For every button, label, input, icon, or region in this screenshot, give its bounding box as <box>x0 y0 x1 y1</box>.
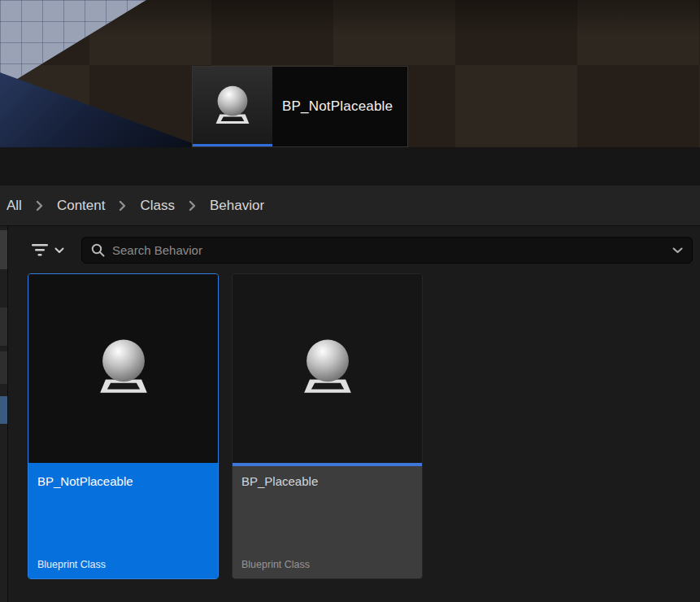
search-input[interactable] <box>112 243 665 257</box>
search-box <box>81 237 693 264</box>
breadcrumb: All Content Class Behavior <box>0 185 700 226</box>
drag-preview-thumbnail <box>193 67 272 146</box>
drag-preview-label: BP_NotPlaceable <box>272 67 407 146</box>
collapsed-panel-item[interactable] <box>0 351 7 384</box>
asset-title: BP_NotPlaceable <box>37 474 209 488</box>
viewport-dark-plane <box>0 72 203 147</box>
asset-tile-footer: BP_NotPlaceable Blueprint Class <box>28 466 218 578</box>
asset-type-label: Blueprint Class <box>37 559 106 570</box>
sources-panel-strip <box>0 226 8 602</box>
chevron-right-icon <box>111 200 133 212</box>
search-dropdown-chevron-icon[interactable] <box>672 247 683 254</box>
breadcrumb-item-class[interactable]: Class <box>133 198 181 214</box>
filter-button[interactable] <box>21 237 73 264</box>
collapsed-panel-item[interactable] <box>0 308 7 346</box>
editor-dark-bar <box>0 147 700 185</box>
breadcrumb-item-behavior[interactable]: Behavior <box>203 198 271 214</box>
breadcrumb-item-content[interactable]: Content <box>50 198 112 214</box>
asset-tile-bp-notplaceable[interactable]: BP_NotPlaceable Blueprint Class <box>28 273 219 579</box>
editor-window: BP_NotPlaceable All Content Class Behavi… <box>0 0 700 602</box>
collapsed-panel-item-selected[interactable] <box>0 396 7 424</box>
asset-thumbnail <box>233 274 422 463</box>
asset-tile-bp-placeable[interactable]: BP_Placeable Blueprint Class <box>232 273 423 579</box>
chevron-down-icon <box>54 247 64 254</box>
search-icon <box>91 243 105 257</box>
sphere-asset-icon <box>85 329 163 408</box>
collapsed-panel-item[interactable] <box>0 230 7 269</box>
sphere-asset-icon <box>205 79 260 134</box>
asset-thumbnail <box>28 274 218 463</box>
chevron-right-icon <box>181 200 203 212</box>
sphere-asset-icon <box>289 329 367 408</box>
asset-title: BP_Placeable <box>241 474 413 488</box>
breadcrumb-item-all[interactable]: All <box>0 198 28 214</box>
drag-preview-tooltip: BP_NotPlaceable <box>192 66 408 147</box>
asset-color-strip <box>193 144 272 146</box>
chevron-right-icon <box>28 200 50 212</box>
content-browser: BP_NotPlaceable Blueprint Class BP_Place… <box>0 226 700 602</box>
filter-icon <box>31 243 49 257</box>
asset-type-label: Blueprint Class <box>241 559 310 570</box>
asset-tile-footer: BP_Placeable Blueprint Class <box>233 466 422 578</box>
